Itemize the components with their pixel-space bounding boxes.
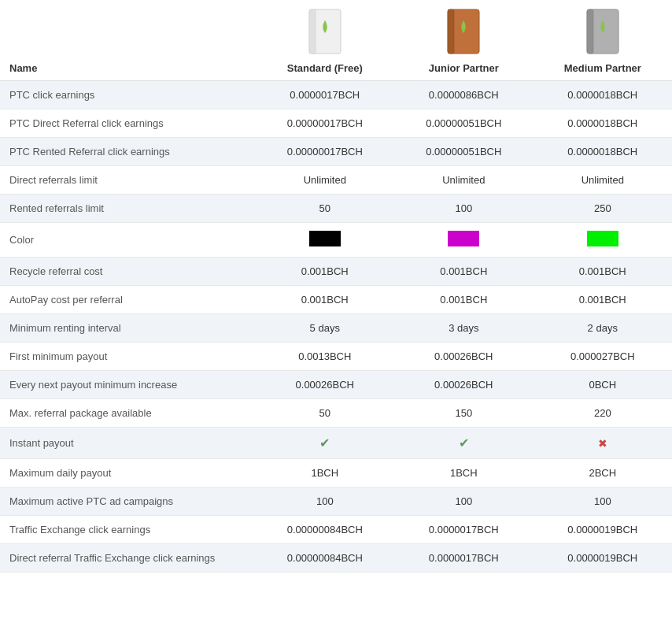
table-row: Direct referrals limitUnlimitedUnlimited…	[0, 166, 672, 195]
medium-value: 0BCH	[534, 371, 672, 399]
row-name: Rented referrals limit	[0, 195, 256, 223]
table-row: Traffic Exchange click earnings0.0000008…	[0, 516, 672, 544]
medium-value: 0.0000019BCH	[534, 544, 672, 573]
junior-value: 0.00026BCH	[394, 371, 534, 399]
junior-label: Junior Partner	[429, 62, 499, 74]
standard-value: 0.00026BCH	[256, 371, 395, 399]
medium-value	[534, 223, 672, 258]
junior-value	[394, 223, 534, 258]
junior-value: 0.00000051BCH	[394, 138, 534, 166]
junior-value: ✔	[394, 428, 534, 459]
standard-value: 0.00000017BCH	[256, 109, 395, 138]
medium-value: Unlimited	[534, 166, 672, 195]
comparison-table-container: Name Standard (Free)	[0, 0, 672, 573]
medium-value: 0.001BCH	[534, 286, 672, 314]
standard-value: ✔	[256, 428, 395, 459]
medium-value: 220	[534, 399, 672, 428]
row-name: PTC Rented Referral click earnings	[0, 138, 256, 166]
medium-value: 0.000027BCH	[534, 343, 672, 371]
junior-value: Unlimited	[394, 166, 534, 195]
standard-column-header: Standard (Free)	[256, 0, 395, 81]
medium-value: 0.001BCH	[534, 258, 672, 286]
medium-color-swatch	[587, 231, 618, 246]
row-name: Traffic Exchange click earnings	[0, 516, 256, 544]
row-name: AutoPay cost per referral	[0, 286, 256, 314]
standard-value: 5 days	[256, 314, 395, 343]
junior-header-content: Junior Partner	[404, 6, 524, 74]
medium-icon	[582, 6, 623, 62]
table-row: Maximum daily payout1BCH1BCH2BCH	[0, 459, 672, 487]
row-name: Maximum daily payout	[0, 459, 256, 487]
row-name: PTC click earnings	[0, 81, 256, 109]
medium-value: 2BCH	[534, 459, 672, 487]
table-row: Direct referral Traffic Exchange click e…	[0, 544, 672, 573]
svg-rect-1	[309, 9, 316, 54]
medium-header-content: Medium Partner	[543, 6, 663, 74]
junior-value: 0.00000051BCH	[394, 109, 534, 138]
medium-value: 250	[534, 195, 672, 223]
row-name: First minimum payout	[0, 343, 256, 371]
table-header-row: Name Standard (Free)	[0, 0, 672, 81]
junior-value: 150	[394, 399, 534, 428]
junior-value: 100	[394, 195, 534, 223]
standard-icon	[305, 6, 345, 62]
table-row: Instant payout✔✔✖	[0, 428, 672, 459]
table-row: PTC Rented Referral click earnings0.0000…	[0, 138, 672, 166]
junior-value: 100	[394, 487, 534, 516]
table-row: Minimum renting interval5 days3 days2 da…	[0, 314, 672, 343]
table-row: Every next payout minimum increase0.0002…	[0, 371, 672, 399]
svg-rect-3	[448, 9, 454, 54]
standard-value: 0.0013BCH	[256, 343, 395, 371]
medium-value: 0.0000019BCH	[534, 516, 672, 544]
medium-label: Medium Partner	[564, 62, 641, 74]
standard-value: 0.0000017BCH	[256, 81, 395, 109]
row-name: Max. referral package available	[0, 399, 256, 428]
row-name: Every next payout minimum increase	[0, 371, 256, 399]
junior-icon	[443, 6, 484, 62]
standard-value: 1BCH	[256, 459, 395, 487]
row-name: Minimum renting interval	[0, 314, 256, 343]
table-row: AutoPay cost per referral0.001BCH0.001BC…	[0, 286, 672, 314]
junior-color-swatch	[448, 231, 479, 246]
row-name: Maximum active PTC ad campaigns	[0, 487, 256, 516]
membership-comparison-table: Name Standard (Free)	[0, 0, 672, 573]
standard-checkmark-icon: ✔	[319, 436, 330, 450]
junior-value: 0.0000017BCH	[394, 516, 534, 544]
standard-value: 100	[256, 487, 395, 516]
row-name: Direct referrals limit	[0, 166, 256, 195]
junior-value: 0.0000086BCH	[394, 81, 534, 109]
medium-value: 0.0000018BCH	[534, 109, 672, 138]
table-row: PTC click earnings0.0000017BCH0.0000086B…	[0, 81, 672, 109]
row-name: Direct referral Traffic Exchange click e…	[0, 544, 256, 573]
table-row: Maximum active PTC ad campaigns100100100	[0, 487, 672, 516]
name-column-header: Name	[0, 0, 256, 81]
standard-value: 0.00000084BCH	[256, 544, 395, 573]
table-body: PTC click earnings0.0000017BCH0.0000086B…	[0, 81, 672, 573]
junior-checkmark-icon: ✔	[459, 436, 469, 450]
row-name: PTC Direct Referral click earnings	[0, 109, 256, 138]
table-row: Color	[0, 223, 672, 258]
medium-value: ✖	[534, 428, 672, 459]
row-name: Color	[0, 223, 256, 258]
medium-value: 0.0000018BCH	[534, 81, 672, 109]
standard-value: 50	[256, 399, 395, 428]
junior-value: 1BCH	[394, 459, 534, 487]
standard-value: 50	[256, 195, 395, 223]
medium-value: 0.0000018BCH	[534, 138, 672, 166]
row-name: Recycle referral cost	[0, 258, 256, 286]
junior-column-header: Junior Partner	[394, 0, 534, 81]
row-name: Instant payout	[0, 428, 256, 459]
junior-value: 0.001BCH	[394, 258, 534, 286]
standard-value: 0.001BCH	[256, 258, 395, 286]
table-row: Recycle referral cost0.001BCH0.001BCH0.0…	[0, 258, 672, 286]
svg-rect-5	[587, 9, 593, 54]
standard-header-content: Standard (Free)	[265, 6, 386, 74]
table-row: Rented referrals limit50100250	[0, 195, 672, 223]
standard-value: 0.00000084BCH	[256, 516, 395, 544]
table-row: PTC Direct Referral click earnings0.0000…	[0, 109, 672, 138]
standard-value: Unlimited	[256, 166, 395, 195]
table-row: Max. referral package available50150220	[0, 399, 672, 428]
junior-value: 3 days	[394, 314, 534, 343]
junior-value: 0.001BCH	[394, 286, 534, 314]
medium-value: 2 days	[534, 314, 672, 343]
